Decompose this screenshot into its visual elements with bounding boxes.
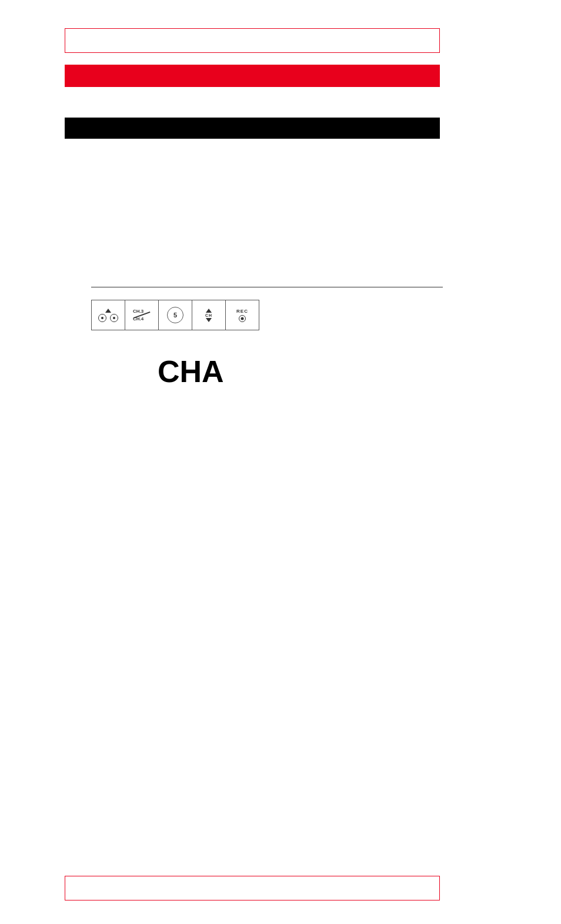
ch-label: CH [205,313,212,317]
circle-5-button[interactable]: 5 [158,300,192,330]
rec-circle-icon [239,315,246,322]
cha-text: CHA [158,354,224,389]
circle-5-icon: 5 [167,307,183,323]
ch-down-arrow-icon [206,318,212,322]
bottom-border-box [65,876,440,900]
page: CH.3 CH.4 5 CH REC C [0,0,561,924]
ch-updown-button[interactable]: CH [192,300,226,330]
tape-reel-right [110,314,118,322]
rec-label: REC [236,309,248,314]
rec-button[interactable]: REC [225,300,259,330]
separator-line [91,287,443,287]
tape-reel-left [98,314,106,322]
ch34-icon: CH.3 CH.4 [131,306,153,324]
tape-icon [98,309,118,322]
ch3-ch4-button[interactable]: CH.3 CH.4 [125,300,159,330]
circle-5-label: 5 [173,312,177,319]
buttons-row: CH.3 CH.4 5 CH REC [91,300,259,330]
tape-reels [98,314,118,322]
ch-updown-icon: CH [205,309,212,322]
tape-eject-button[interactable] [91,300,125,330]
ch3-label: CH.3 [133,309,143,314]
eject-arrow-icon [105,309,111,313]
top-border-box [65,28,440,53]
rec-icon: REC [236,309,248,322]
black-bar [65,118,440,139]
ch-up-arrow-icon [206,309,212,313]
red-bar [65,65,440,87]
